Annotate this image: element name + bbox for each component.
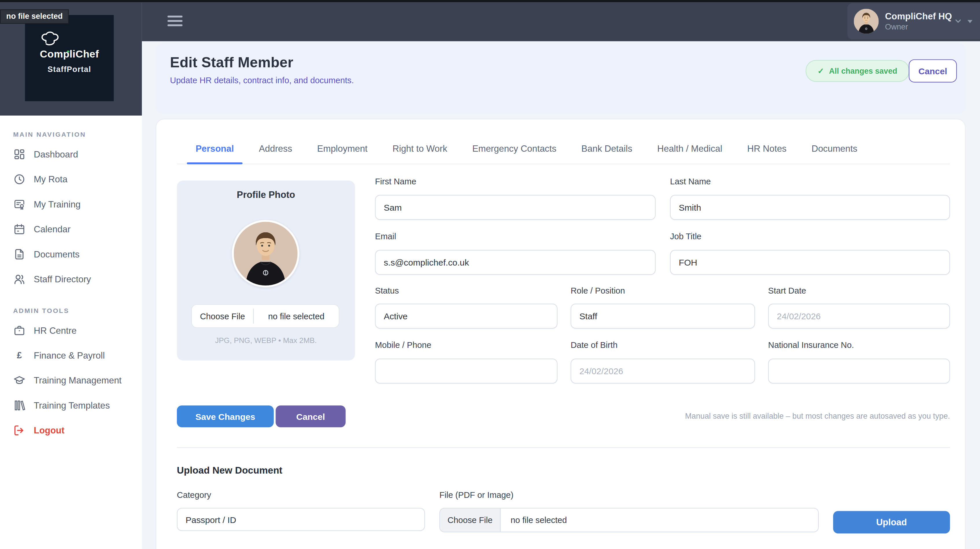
account-name: CompliChef HQ — [885, 11, 952, 21]
last-name-label: Last Name — [670, 177, 711, 186]
photo-hint: JPG, PNG, WEBP • Max 2MB. — [177, 336, 355, 345]
sidebar-item-hr-centre[interactable]: HR Centre — [0, 318, 142, 343]
profile-photo-title: Profile Photo — [177, 189, 355, 200]
briefcase-icon — [13, 324, 25, 336]
document-file-input[interactable]: Choose File no file selected — [439, 508, 819, 532]
header-cancel-button[interactable]: Cancel — [909, 59, 957, 83]
sidebar-item-my-training[interactable]: My Training — [0, 192, 142, 217]
brand-name: CompliChef — [25, 48, 114, 60]
sidebar-item-label: My Training — [34, 199, 81, 209]
sidebar-item-label: Documents — [34, 249, 80, 259]
upload-button[interactable]: Upload — [833, 511, 950, 534]
top-window-strip — [0, 0, 980, 3]
calendar-icon — [13, 223, 25, 235]
tab-right-to-work[interactable]: Right to Work — [384, 144, 456, 163]
profile-photo-file-input[interactable]: Choose File no file selected — [191, 304, 339, 328]
status-field[interactable] — [375, 304, 557, 328]
first-name-field[interactable] — [375, 195, 655, 220]
certificate-icon — [13, 198, 25, 210]
menu-toggle-button[interactable] — [167, 16, 182, 26]
tab-hr-notes[interactable]: HR Notes — [738, 144, 795, 163]
file-tooltip: no file selected — [0, 9, 69, 24]
sidebar-item-training-templates[interactable]: Training Templates — [0, 393, 142, 418]
job-title-label: Job Title — [670, 232, 702, 241]
chevron-down-icon[interactable] — [954, 17, 963, 25]
pound-icon: £ — [13, 349, 25, 362]
choose-file-button[interactable]: Choose File — [440, 509, 501, 532]
tab-personal[interactable]: Personal — [187, 144, 243, 163]
app: CompliChef StaffPortal no file selected … — [0, 0, 980, 549]
tab-bank-details[interactable]: Bank Details — [573, 144, 641, 163]
sidebar-item-label: HR Centre — [34, 325, 76, 335]
clock-icon — [13, 173, 25, 186]
sidebar-item-label: Calendar — [34, 224, 70, 234]
document-icon — [13, 248, 25, 260]
start-date-field[interactable] — [768, 304, 950, 328]
ni-number-field[interactable] — [768, 359, 950, 384]
role-position-label: Role / Position — [571, 286, 625, 295]
email-label: Email — [375, 232, 396, 241]
category-label: Category — [177, 490, 211, 500]
library-icon — [13, 399, 25, 412]
tab-emergency-contacts[interactable]: Emergency Contacts — [463, 144, 565, 163]
sidebar-item-calendar[interactable]: Calendar — [0, 217, 142, 241]
form-tabs: PersonalAddressEmploymentRight to WorkEm… — [177, 144, 950, 164]
form-cancel-button[interactable]: Cancel — [275, 405, 345, 427]
tab-documents[interactable]: Documents — [803, 144, 866, 163]
tab-employment[interactable]: Employment — [309, 144, 376, 163]
page-title: Edit Staff Member — [170, 54, 293, 71]
upload-file-label: File (PDF or Image) — [439, 490, 514, 500]
sidebar-section-title: ADMIN TOOLS — [13, 307, 142, 314]
chef-hat-icon — [40, 31, 61, 49]
sidebar-item-documents[interactable]: Documents — [0, 242, 142, 267]
job-title-field[interactable] — [670, 250, 950, 275]
save-changes-button[interactable]: Save Changes — [177, 405, 274, 427]
tab-health-medical[interactable]: Health / Medical — [648, 144, 731, 163]
sidebar-item-my-rota[interactable]: My Rota — [0, 167, 142, 192]
email-field[interactable] — [375, 250, 655, 275]
profile-photo-image — [232, 220, 299, 287]
logout-icon — [13, 424, 25, 436]
sidebar: MAIN NAVIGATIONDashboardMy RotaMy Traini… — [0, 116, 142, 549]
caret-down-icon[interactable] — [966, 17, 974, 25]
sidebar-item-label: Finance & Payroll — [34, 351, 105, 360]
section-divider — [177, 447, 950, 448]
sidebar-item-logout[interactable]: Logout — [0, 418, 142, 443]
autosave-note: Manual save is still available – but mos… — [625, 412, 950, 420]
saved-status-badge: ✓ All changes saved — [806, 60, 909, 82]
sidebar-item-dashboard[interactable]: Dashboard — [0, 142, 142, 167]
role-position-field[interactable] — [571, 304, 755, 328]
ni-number-label: National Insurance No. — [768, 340, 854, 350]
mobile-field[interactable] — [375, 359, 557, 384]
sidebar-item-finance-payroll[interactable]: £Finance & Payroll — [0, 343, 142, 368]
file-status-text: no file selected — [254, 311, 339, 321]
start-date-label: Start Date — [768, 286, 806, 295]
svg-text:£: £ — [17, 350, 22, 360]
category-select[interactable]: Passport / ID — [177, 508, 425, 531]
sidebar-item-staff-directory[interactable]: Staff Directory — [0, 267, 142, 292]
brand-logo: CompliChef StaffPortal — [25, 15, 114, 101]
dashboard-icon — [13, 148, 25, 160]
date-of-birth-label: Date of Birth — [571, 340, 617, 350]
page-subtitle: Update HR details, contract info, and do… — [170, 76, 354, 85]
account-menu[interactable]: CompliChef HQ Owner — [848, 3, 980, 39]
upload-section-heading: Upload New Document — [177, 465, 282, 476]
users-icon — [13, 273, 25, 286]
tab-address[interactable]: Address — [250, 144, 301, 163]
sidebar-item-label: Staff Directory — [34, 274, 91, 284]
category-value: Passport / ID — [186, 514, 236, 524]
sidebar-item-label: My Rota — [34, 174, 68, 184]
choose-file-button[interactable]: Choose File — [192, 311, 253, 321]
graduation-cap-icon — [13, 374, 25, 387]
brand-subtitle: StaffPortal — [25, 65, 114, 74]
date-of-birth-field[interactable] — [571, 359, 755, 384]
account-role: Owner — [885, 22, 952, 31]
last-name-field[interactable] — [670, 195, 950, 220]
file-status-text: no file selected — [501, 509, 567, 532]
check-icon: ✓ — [818, 66, 824, 75]
sidebar-item-training-management[interactable]: Training Management — [0, 368, 142, 393]
mobile-label: Mobile / Phone — [375, 340, 431, 350]
hamburger-icon — [167, 16, 182, 17]
sidebar-item-label: Training Management — [34, 375, 122, 386]
status-label: Status — [375, 286, 399, 295]
